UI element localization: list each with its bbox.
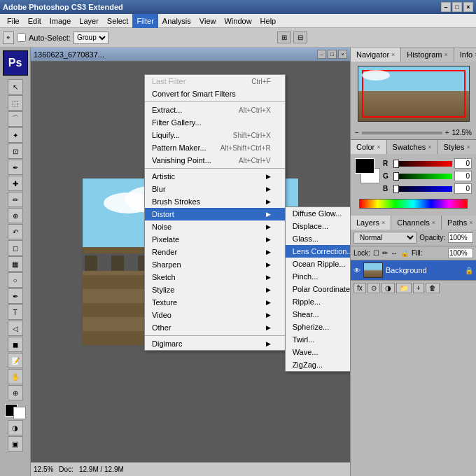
distort-polar-coordinates[interactable]: Polar Coordinates... [286,283,350,295]
tab-navigator[interactable]: Navigator × [351,48,401,62]
tab-channels[interactable]: Channels × [391,216,442,230]
blue-value[interactable]: 0 [454,183,472,194]
distort-shear[interactable]: Shear... [286,308,350,321]
new-fill-btn[interactable]: ◑ [382,283,395,293]
fg-swatch[interactable] [355,158,374,174]
filter-vanishing-point[interactable]: Vanishing Point... Alt+Ctrl+V [145,154,285,167]
eraser-tool[interactable]: ◻ [8,240,23,255]
eyedropper-tool[interactable]: ✒ [8,160,23,175]
menu-layer[interactable]: Layer [75,14,103,28]
distort-displace[interactable]: Displace... [286,220,350,232]
filter-artistic[interactable]: Artistic ▶ [145,170,285,183]
filter-stylize[interactable]: Stylize ▶ [145,284,285,296]
filter-digimarc[interactable]: Digimarc ▶ [145,337,285,350]
filter-sharpen[interactable]: Sharpen ▶ [145,258,285,271]
doc-close[interactable]: × [338,50,347,59]
tab-swatches[interactable]: Swatches × [387,140,438,154]
filter-pattern-maker[interactable]: Pattern Maker... Alt+Shift+Ctrl+R [145,141,285,154]
menu-window[interactable]: Window [220,14,255,28]
menu-help[interactable]: Help [256,14,281,28]
menu-image[interactable]: Image [46,14,76,28]
tab-layers[interactable]: Layers × [351,216,391,230]
filter-convert-smart[interactable]: Convert for Smart Filters [145,88,285,100]
filter-last-filter[interactable]: Last Filter Ctrl+F [145,75,285,88]
filter-video[interactable]: Video ▶ [145,309,285,321]
dodge-tool[interactable]: ○ [8,272,23,288]
distort-ocean-ripple[interactable]: Ocean Ripple... [286,258,350,270]
tab-paths[interactable]: Paths × [442,216,476,230]
background-color[interactable] [13,407,26,419]
path-select-tool[interactable]: ◁ [8,321,23,336]
filter-distort[interactable]: Distort ▶ [145,208,285,220]
menu-select[interactable]: Select [103,14,133,28]
tab-info[interactable]: Info × [454,48,476,62]
filter-noise[interactable]: Noise ▶ [145,220,285,233]
type-tool[interactable]: T [8,304,23,320]
filter-brush-strokes[interactable]: Brush Strokes ▶ [145,195,285,208]
layer-item-background[interactable]: 👁 Background 🔒 [351,260,476,280]
distort-spherize[interactable]: Spherize... [286,321,350,333]
filter-blur[interactable]: Blur ▶ [145,183,285,195]
auto-select-dropdown[interactable]: Group [74,31,108,44]
history-tool[interactable]: ↶ [8,224,23,239]
distort-zigzag[interactable]: ZigZag... [286,358,350,371]
zoom-out-btn[interactable]: − [355,129,359,136]
menu-analysis[interactable]: Analysis [158,14,195,28]
auto-select-checkbox[interactable] [17,33,26,42]
healing-tool[interactable]: ✚ [8,176,23,191]
doc-maximize[interactable]: □ [328,50,337,59]
lock-all[interactable]: 🔒 [400,249,409,257]
green-value[interactable]: 0 [454,171,472,181]
color-spectrum[interactable] [359,199,468,209]
doc-minimize[interactable]: – [317,50,326,59]
distort-diffuse-glow[interactable]: Diffuse Glow... [286,207,350,220]
filter-render[interactable]: Render ▶ [145,246,285,258]
red-value[interactable]: 0 [454,158,472,169]
quick-mask-tool[interactable]: ◑ [8,420,23,435]
gradient-tool[interactable]: ▦ [8,256,23,272]
filter-extract[interactable]: Extract... Alt+Ctrl+X [145,104,285,116]
magic-wand-tool[interactable]: ✦ [8,127,23,143]
lock-image[interactable]: ✏ [382,249,388,257]
move-tool[interactable]: ↖ [8,79,23,94]
distort-twirl[interactable]: Twirl... [286,333,350,346]
distort-wave[interactable]: Wave... [286,346,350,358]
minimize-button[interactable]: – [441,2,451,12]
pen-tool[interactable]: ✒ [8,288,23,304]
menu-edit[interactable]: Edit [24,14,46,28]
green-thumb[interactable] [393,172,399,181]
fill-input[interactable] [448,248,473,258]
filter-sketch[interactable]: Sketch ▶ [145,271,285,284]
layer-visibility-eye[interactable]: 👁 [354,267,360,274]
add-mask-btn[interactable]: ⊙ [368,283,380,293]
blend-mode-dropdown[interactable]: Normal [354,232,416,244]
menu-file[interactable]: File [3,14,24,28]
tab-styles[interactable]: Styles × [438,140,476,154]
crop-tool[interactable]: ⊡ [8,144,23,159]
distort-pinch[interactable]: Pinch... [286,270,350,283]
blue-thumb[interactable] [393,185,399,193]
maximize-button[interactable]: □ [452,2,462,12]
green-slider[interactable] [393,174,452,179]
marquee-tool[interactable]: ⬚ [8,95,23,111]
clone-tool[interactable]: ⊕ [8,208,23,223]
title-bar-buttons[interactable]: – □ × [441,2,473,12]
zoom-slider[interactable] [362,132,442,134]
shape-tool[interactable]: ◼ [8,337,23,352]
distort-lens-correction[interactable]: Lens Correction... [286,245,350,258]
blue-slider[interactable] [393,186,452,192]
new-group-btn[interactable]: 📁 [396,283,412,293]
close-button[interactable]: × [463,2,473,12]
tab-histogram[interactable]: Histogram × [401,48,454,62]
tab-color[interactable]: Color × [351,140,387,154]
menu-view[interactable]: View [195,14,220,28]
new-layer-btn[interactable]: + [413,283,424,293]
filter-texture[interactable]: Texture ▶ [145,296,285,309]
delete-layer-btn[interactable]: 🗑 [426,283,440,293]
brush-tool[interactable]: ✏ [8,192,23,207]
doc-buttons[interactable]: – □ × [317,50,347,59]
align-button[interactable]: ⊞ [277,31,291,43]
distribute-button[interactable]: ⊟ [293,31,307,43]
zoom-in-btn[interactable]: + [445,129,449,136]
zoom-tool[interactable]: ⊕ [8,385,23,400]
